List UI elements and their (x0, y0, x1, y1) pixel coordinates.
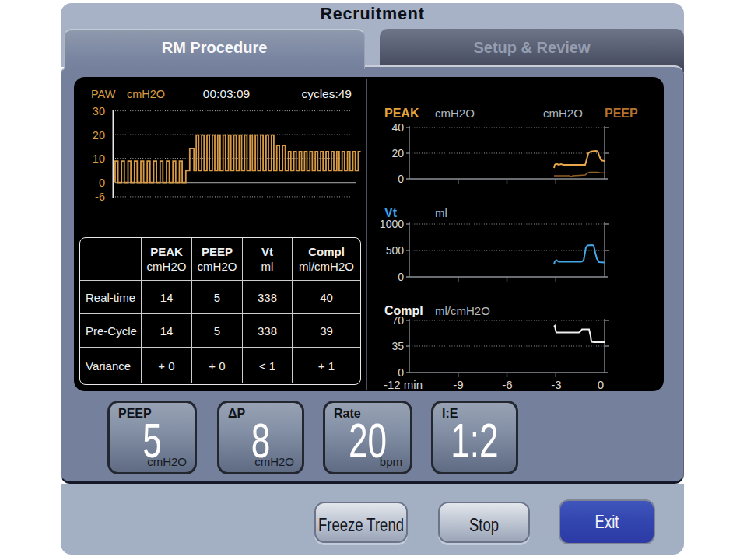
svg-text:20: 20 (391, 147, 404, 159)
svg-text:00:03:09: 00:03:09 (203, 87, 250, 100)
svg-text:35: 35 (391, 340, 404, 352)
svg-text:0: 0 (398, 271, 404, 283)
svg-text:cmH2O: cmH2O (435, 107, 475, 120)
svg-text:cycles:49: cycles:49 (301, 87, 352, 100)
svg-text:cmH2O: cmH2O (543, 107, 583, 120)
svg-text:-6: -6 (95, 191, 105, 203)
svg-text:-12 min: -12 min (384, 378, 423, 391)
svg-text:30: 30 (93, 105, 105, 117)
svg-text:ml/cmH2O: ml/cmH2O (435, 304, 490, 317)
svg-text:PAW: PAW (91, 88, 116, 100)
svg-text:70: 70 (391, 314, 404, 327)
svg-text:1000: 1000 (380, 218, 404, 230)
svg-text:-3: -3 (551, 378, 561, 391)
svg-text:cmH2O: cmH2O (127, 88, 165, 100)
svg-text:PEAK: PEAK (384, 107, 419, 120)
svg-text:0: 0 (598, 378, 604, 391)
svg-text:0: 0 (398, 366, 404, 379)
svg-text:20: 20 (93, 129, 105, 142)
svg-text:500: 500 (386, 244, 405, 257)
svg-text:10: 10 (93, 152, 105, 165)
svg-text:0: 0 (99, 177, 105, 189)
svg-text:PEEP: PEEP (605, 107, 638, 120)
svg-text:40: 40 (391, 121, 404, 134)
svg-text:ml: ml (435, 206, 447, 219)
svg-text:-9: -9 (453, 378, 463, 391)
svg-text:-6: -6 (502, 378, 512, 391)
svg-text:0: 0 (398, 173, 404, 185)
